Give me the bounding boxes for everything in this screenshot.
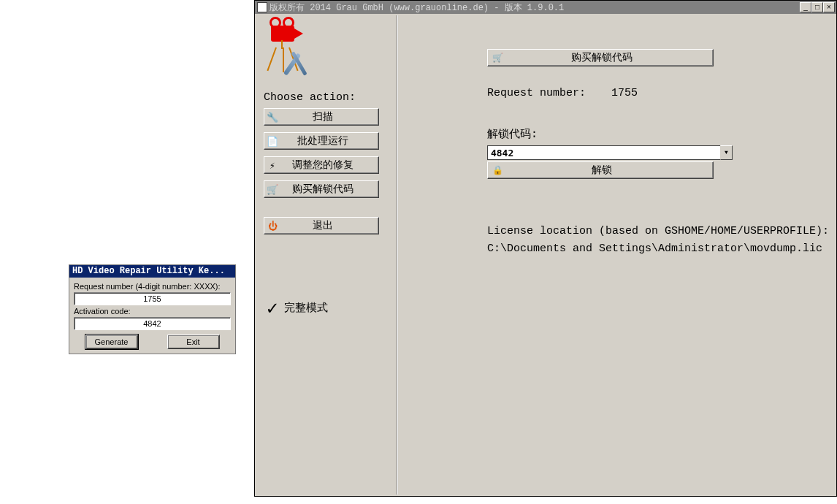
buy-unlock-sidebar-label: 购买解锁代码: [280, 183, 378, 196]
keygen-body: Request number (4-digit number: XXXX): A…: [69, 278, 235, 354]
keygen-titlebar[interactable]: HD Video Repair Utility Ke...: [69, 265, 235, 278]
generate-button[interactable]: Generate: [85, 335, 138, 349]
left-pane: Choose action: 🔧 扫描 📄 批处理运行 ⚡ 调整您的修复 🛒 购…: [255, 14, 397, 496]
license-location-label: License location (based on GSHOME/HOME/U…: [487, 223, 829, 240]
activation-code-input[interactable]: [74, 317, 231, 330]
cart-icon: 🛒: [264, 184, 280, 195]
wrench-icon: 🔧: [264, 112, 280, 123]
full-mode-indicator: ✓ 完整模式: [267, 300, 391, 315]
request-number-text-label: Request number:: [487, 87, 586, 99]
exit-button[interactable]: ⏻ 退出: [264, 217, 379, 234]
unlock-button-label: 解锁: [508, 164, 713, 177]
dropdown-arrow-icon[interactable]: ▼: [720, 145, 733, 160]
maximize-button[interactable]: □: [811, 2, 823, 12]
window-title: 版权所有 2014 Grau GmbH (www.grauonline.de) …: [270, 1, 800, 14]
license-path: C:\Documents and Settings\Administrator\…: [487, 240, 829, 258]
choose-action-label: Choose action:: [264, 91, 391, 104]
keygen-window: HD Video Repair Utility Ke... Request nu…: [69, 264, 236, 354]
right-pane: 🛒 购买解锁代码 Request number: 1755 解锁代码: ▼ 🔒 …: [398, 14, 836, 496]
request-number-input[interactable]: [74, 292, 231, 305]
bolt-icon: ⚡: [264, 160, 280, 171]
unlock-code-combo: ▼: [487, 145, 733, 160]
batch-button[interactable]: 📄 批处理运行: [264, 132, 379, 150]
license-location-block: License location (based on GSHOME/HOME/U…: [487, 223, 829, 258]
app-icon: [257, 2, 267, 12]
document-icon: 📄: [264, 136, 280, 147]
request-number-row: Request number: 1755: [487, 87, 829, 99]
scan-button[interactable]: 🔧 扫描: [264, 108, 379, 126]
unlock-button[interactable]: 🔒 解锁: [487, 161, 714, 179]
adjust-button[interactable]: ⚡ 调整您的修复: [264, 156, 379, 174]
request-number-value: 1755: [611, 87, 638, 99]
activation-code-label: Activation code:: [74, 307, 231, 316]
exit-button-label: 退出: [280, 219, 378, 232]
cart-icon: 🛒: [488, 53, 508, 63]
checkmark-icon: ✓: [267, 300, 278, 315]
power-icon: ⏻: [264, 221, 280, 232]
main-window: 版权所有 2014 Grau GmbH (www.grauonline.de) …: [254, 0, 837, 497]
main-titlebar[interactable]: 版权所有 2014 Grau GmbH (www.grauonline.de) …: [255, 1, 836, 14]
minimize-button[interactable]: _: [800, 2, 811, 12]
close-button[interactable]: ×: [823, 2, 835, 12]
app-logo: [265, 26, 316, 84]
unlock-code-label: 解锁代码:: [487, 127, 829, 141]
full-mode-label: 完整模式: [284, 301, 328, 315]
lock-icon: 🔒: [488, 165, 508, 175]
request-number-label: Request number (4-digit number: XXXX):: [74, 282, 231, 291]
scan-button-label: 扫描: [280, 110, 378, 123]
buy-unlock-button-label: 购买解锁代码: [508, 51, 713, 64]
batch-button-label: 批处理运行: [280, 134, 378, 148]
unlock-code-input[interactable]: [487, 145, 720, 160]
keygen-exit-button[interactable]: Exit: [167, 335, 220, 349]
buy-unlock-button[interactable]: 🛒 购买解锁代码: [487, 49, 714, 66]
adjust-button-label: 调整您的修复: [280, 159, 378, 172]
buy-unlock-sidebar-button[interactable]: 🛒 购买解锁代码: [264, 180, 379, 198]
